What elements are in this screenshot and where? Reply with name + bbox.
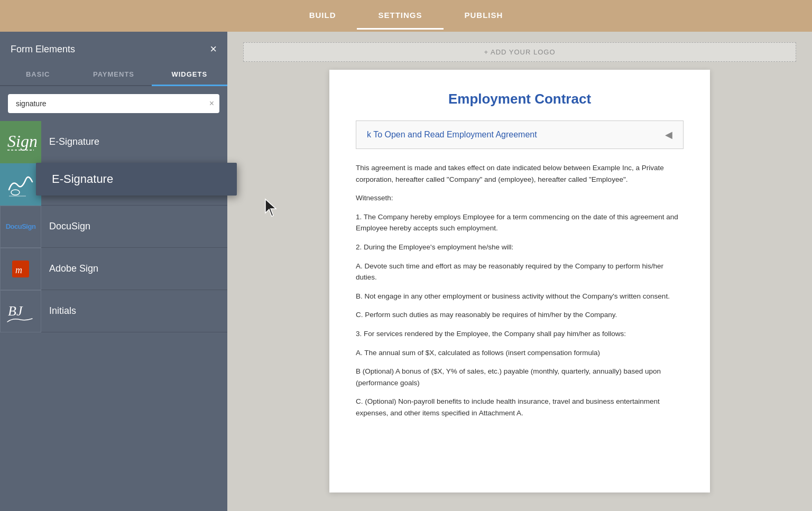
document-body: This agreement is made and takes effect … <box>356 162 684 419</box>
tab-payments[interactable]: PAYMENTS <box>76 64 151 86</box>
open-agreement-label: k To Open and Read Employment Agreement <box>367 130 537 140</box>
widget-list: Sign E-Signature Smooth Signature <box>0 121 227 332</box>
sidebar-header: Form Elements × <box>0 32 227 64</box>
svg-point-2 <box>11 190 20 195</box>
sidebar: Form Elements × BASIC PAYMENTS WIDGETS ×… <box>0 32 227 511</box>
doc-para-8: A. The annual sum of $X, calculated as f… <box>356 347 684 359</box>
doc-para-0: This agreement is made and takes effect … <box>356 162 684 185</box>
close-button[interactable]: × <box>210 42 217 56</box>
top-navigation: BUILD SETTINGS PUBLISH <box>0 0 812 32</box>
initials-icon: BJ <box>0 290 41 332</box>
doc-para-1: Witnesseth: <box>356 192 684 204</box>
widget-item-esig[interactable]: Sign E-Signature <box>0 121 227 163</box>
doc-para-10: C. (Optional) Non-payroll benefits to in… <box>356 396 684 419</box>
content-area: + ADD YOUR LOGO Employment Contract k To… <box>227 32 812 511</box>
doc-para-7: 3. For services rendered by the Employee… <box>356 328 684 340</box>
search-bar: × <box>8 94 219 113</box>
esig-popup: E-Signature <box>36 163 237 196</box>
esig-popup-label: E-Signature <box>52 172 113 186</box>
tab-build[interactable]: BUILD <box>288 2 357 30</box>
search-clear-icon[interactable]: × <box>209 99 214 108</box>
doc-para-2: 1. The Company hereby employs Employee f… <box>356 211 684 234</box>
adobe-label: Adobe Sign <box>49 263 98 274</box>
docu-label: DocuSign <box>49 221 90 232</box>
svg-text:BJ: BJ <box>8 303 23 319</box>
widget-item-docusign[interactable]: DocuSign DocuSign <box>0 206 227 248</box>
sidebar-tabs: BASIC PAYMENTS WIDGETS <box>0 64 227 86</box>
open-agreement-button[interactable]: k To Open and Read Employment Agreement … <box>356 120 684 149</box>
docu-icon: DocuSign <box>0 206 41 248</box>
widget-item-initials[interactable]: BJ Initials <box>0 290 227 332</box>
svg-text:Sign: Sign <box>7 132 36 151</box>
smooth-icon <box>0 163 41 206</box>
widget-item-adobe[interactable]: m Adobe Sign <box>0 248 227 290</box>
sidebar-title: Form Elements <box>11 44 75 55</box>
doc-para-3: 2. During the Employee's employment he/s… <box>356 241 684 253</box>
tab-settings[interactable]: SETTINGS <box>357 2 443 30</box>
doc-para-6: C. Perform such duties as may reasonably… <box>356 309 684 321</box>
document: Employment Contract k To Open and Read E… <box>329 70 710 493</box>
doc-para-9: B (Optional) A bonus of ($X, Y% of sales… <box>356 366 684 388</box>
add-logo-bar[interactable]: + ADD YOUR LOGO <box>243 42 796 62</box>
tab-basic[interactable]: BASIC <box>0 64 76 86</box>
tab-widgets[interactable]: WIDGETS <box>152 64 227 86</box>
esig-label: E-Signature <box>49 136 99 147</box>
esig-icon: Sign <box>0 121 41 163</box>
doc-para-5: B. Not engage in any other employment or… <box>356 291 684 302</box>
initials-label: Initials <box>49 305 76 317</box>
chevron-left-icon: ◀ <box>665 129 672 141</box>
tab-publish[interactable]: PUBLISH <box>444 2 524 30</box>
svg-text:m: m <box>15 265 22 275</box>
search-input[interactable] <box>8 94 219 113</box>
document-title: Employment Contract <box>356 91 684 107</box>
doc-para-4: A. Devote such time and effort as may be… <box>356 261 684 283</box>
adobe-icon: m <box>0 248 41 290</box>
main-area: Form Elements × BASIC PAYMENTS WIDGETS ×… <box>0 32 812 511</box>
